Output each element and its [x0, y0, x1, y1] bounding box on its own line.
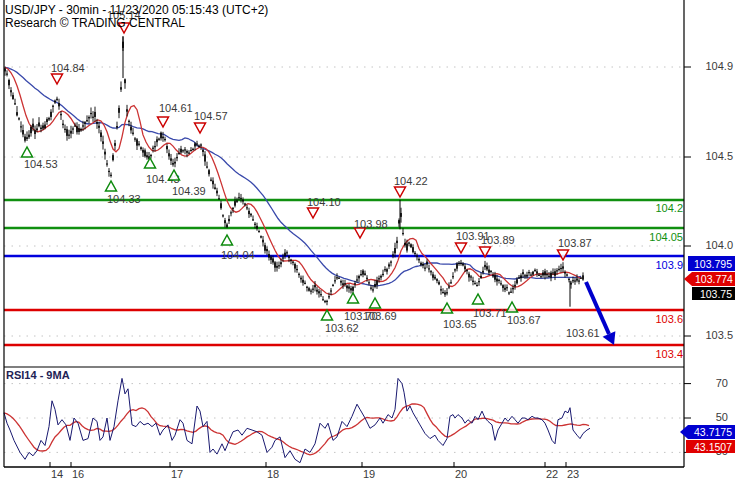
x-axis-day-label: 17 — [166, 468, 188, 480]
chart-provider: Research © TRADING CENTRAL — [5, 16, 185, 30]
swing-price-label: 104.33 — [107, 193, 141, 205]
moving-average-lines — [5, 67, 581, 294]
swing-high-marker-icon — [52, 74, 63, 84]
swing-low-marker-icon — [222, 235, 233, 245]
rsi-ma-badge: 43.1507 — [686, 440, 735, 453]
rsi-axis-label: 50 — [700, 411, 728, 423]
panel-borders — [4, 0, 684, 467]
x-axis-day-label: 19 — [358, 468, 380, 480]
swing-low-marker-icon — [145, 158, 156, 168]
indicator-price-badge: 103.75 — [692, 287, 735, 300]
swing-price-label: 103.89 — [481, 234, 515, 246]
swing-price-label: 103.69 — [363, 310, 397, 322]
swing-price-label: 103.71 — [473, 307, 507, 319]
swing-price-label: 104.61 — [159, 102, 193, 114]
price-chart-canvas[interactable]: 105.14104.84104.61104.57104.10103.98104.… — [0, 0, 735, 480]
support-level-label: 103.4 — [649, 348, 683, 360]
y-axis-label: 104.9 — [698, 60, 733, 72]
x-axis-day-label: 23 — [562, 468, 584, 480]
swing-price-label: 103.62 — [325, 322, 359, 334]
swing-price-label: 104.84 — [51, 62, 85, 74]
swing-high-marker-icon — [158, 117, 169, 127]
swing-low-marker-icon — [106, 181, 117, 191]
swing-low-marker-icon — [22, 147, 33, 157]
y-axis-label: 103.5 — [698, 329, 733, 341]
swing-price-label: 104.53 — [24, 158, 58, 170]
swing-price-label: 104.10 — [307, 196, 341, 208]
swing-price-label: 104.04 — [221, 249, 255, 261]
x-axis-day-label: 16 — [67, 468, 89, 480]
rsi-axis-label: 70 — [700, 377, 728, 389]
y-axis-label: 104.5 — [698, 150, 733, 162]
rsi-panel-label: RSI14 - 9MA — [6, 369, 70, 381]
x-axis-day-label: 18 — [262, 468, 284, 480]
rsi-lines — [4, 378, 590, 462]
swing-price-label: 103.67 — [507, 314, 541, 326]
chart-title: USD/JPY - 30min - 11/23/2020 05:15:43 (U… — [5, 3, 268, 17]
resistance-level-label: 104.2 — [649, 202, 683, 214]
swing-low-marker-icon — [348, 293, 359, 303]
last-close-badge: 103.795 — [688, 256, 735, 271]
pivot-level-label: 103.9 — [649, 259, 683, 271]
swing-price-label: 103.87 — [558, 237, 592, 249]
swing-low-marker-icon — [473, 294, 484, 304]
current-price-badge: 103.774 — [684, 272, 735, 286]
swing-price-label: 104.22 — [394, 175, 428, 187]
y-axis-label: 104.0 — [698, 239, 733, 251]
swing-price-label: 104.39 — [172, 185, 206, 197]
x-axis-day-label: 22 — [541, 468, 563, 480]
rsi-value-badge: 43.7175 — [680, 425, 735, 439]
swing-low-marker-icon — [370, 298, 381, 308]
swing-low-marker-icon — [322, 310, 333, 320]
swing-high-marker-icon — [395, 187, 406, 197]
chart-window: 105.14104.84104.61104.57104.10103.98104.… — [0, 0, 735, 480]
swing-low-marker-icon — [442, 303, 453, 313]
support-level-label: 103.6 — [649, 313, 683, 325]
swing-high-marker-icon — [195, 123, 206, 133]
swing-price-label: 103.65 — [443, 318, 477, 330]
price-arrow-icon — [684, 272, 692, 286]
ma-slow-line — [5, 67, 581, 286]
rsi-ma-line — [4, 404, 589, 455]
ma-fast-line — [5, 67, 581, 294]
resistance-level-label: 104.05 — [649, 231, 683, 243]
swing-low-marker-icon — [507, 302, 518, 312]
x-axis-day-label: 14 — [46, 468, 68, 480]
swing-price-label: 104.57 — [194, 110, 228, 122]
swing-high-marker-icon — [308, 208, 319, 218]
swing-price-label: 103.98 — [354, 218, 388, 230]
swing-high-marker-icon — [456, 243, 467, 253]
candlesticks — [4, 36, 584, 307]
x-axis-day-label: 20 — [450, 468, 472, 480]
rsi-arrow-icon — [680, 425, 688, 439]
swing-price-label: 103.61 — [566, 327, 600, 339]
